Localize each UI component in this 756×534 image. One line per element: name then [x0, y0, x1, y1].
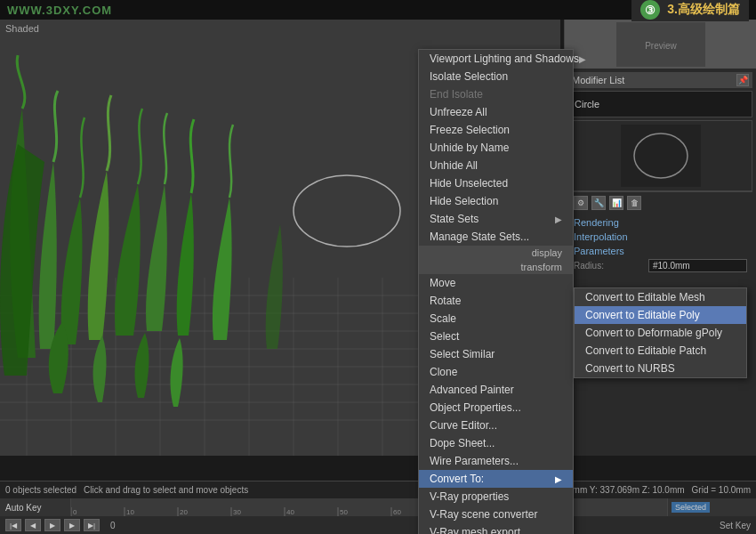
menu-item-adv-painter[interactable]: Advanced Painter	[419, 381, 573, 399]
menu-section-display: display	[419, 246, 573, 260]
site-url: WWW.3DXY.COM	[7, 4, 112, 17]
banner-title: 3.高级绘制篇	[667, 2, 740, 18]
modifier-dropdown[interactable]: Circle	[568, 91, 752, 117]
menu-item-isolate[interactable]: Isolate Selection	[419, 68, 573, 85]
svg-rect-26	[71, 498, 667, 516]
status-bar: 0 objects selected Click and drag to sel…	[0, 481, 756, 498]
next-end-button[interactable]: ▶|	[84, 519, 100, 531]
menu-item-label: Wire Parameters...	[430, 455, 519, 467]
submenu-item-patch[interactable]: Convert to Editable Patch	[575, 342, 746, 360]
play-button[interactable]: ▶	[44, 519, 60, 531]
menu-item-clone[interactable]: Clone	[419, 363, 573, 381]
playback-bar: |◀ ◀ ▶ ▶ ▶| 0 Set Key	[0, 516, 756, 534]
panel-icon-1[interactable]: ⚙	[574, 196, 588, 210]
menu-item-wire-params[interactable]: Wire Parameters...	[419, 452, 573, 470]
menu-item-label: Clone	[430, 366, 457, 378]
menu-item-label: Select	[430, 330, 459, 343]
svg-text:50: 50	[340, 508, 348, 516]
svg-text:10: 10	[126, 508, 134, 516]
radius-row: Radius:	[574, 258, 747, 273]
menu-item-rotate[interactable]: Rotate	[419, 292, 573, 310]
menu-item-vray-mesh[interactable]: V-Ray mesh export	[419, 523, 573, 534]
menu-item-lighting[interactable]: Viewport Lighting and Shadows ▶	[419, 50, 573, 68]
svg-text:20: 20	[180, 508, 188, 516]
menu-item-select-similar[interactable]: Select Similar	[419, 345, 573, 363]
radius-input[interactable]	[648, 259, 747, 272]
menu-item-label: End Isolate	[430, 88, 483, 101]
submenu-item-mesh[interactable]: Convert to Editable Mesh	[575, 288, 746, 306]
menu-item-manage-state[interactable]: Manage State Sets...	[419, 228, 573, 246]
section-label: display	[532, 247, 562, 258]
prev-frame-button[interactable]: ◀	[25, 519, 41, 531]
status-left: 0 objects selected	[5, 485, 76, 495]
menu-item-vray-scene[interactable]: V-Ray scene converter	[419, 506, 573, 523]
menu-item-scale[interactable]: Scale	[419, 310, 573, 328]
submenu-item-poly[interactable]: Convert to Editable Poly	[575, 306, 746, 324]
top-right-banner: ③ 3.高级绘制篇	[631, 0, 749, 21]
submenu-convert[interactable]: Convert to Editable Mesh Convert to Edit…	[574, 287, 747, 378]
modifier-name: Circle	[575, 99, 599, 109]
status-grid: Grid = 10.0mm	[692, 485, 751, 495]
menu-item-label: Manage State Sets...	[430, 231, 529, 243]
menu-item-hide-unsel[interactable]: Hide Unselected	[419, 174, 573, 192]
menu-item-label: Dope Sheet...	[430, 437, 495, 449]
submenu-item-label: Convert to Editable Patch	[585, 344, 706, 357]
auto-key-label: Auto Key	[5, 503, 42, 513]
menu-item-dope-sheet[interactable]: Dope Sheet...	[419, 434, 573, 452]
menu-item-label: Rotate	[430, 295, 461, 307]
submenu-item-gpoly[interactable]: Convert to Deformable gPoly	[575, 324, 746, 342]
menu-item-unfreeze-all[interactable]: Unfreeze All	[419, 103, 573, 121]
arrow-icon: ▶	[579, 54, 586, 64]
parameters-label: Parameters	[574, 244, 747, 258]
submenu-item-nurbs[interactable]: Convert to NURBS	[575, 360, 746, 377]
menu-item-convert-to[interactable]: Convert To: ▶	[419, 470, 573, 488]
menu-item-label: V-Ray scene converter	[430, 508, 537, 521]
arrow-icon: ▶	[555, 474, 562, 484]
menu-item-freeze-sel[interactable]: Freeze Selection	[419, 121, 573, 139]
context-menu[interactable]: Viewport Lighting and Shadows ▶ Isolate …	[418, 49, 574, 534]
submenu-item-label: Convert to Editable Mesh	[585, 291, 705, 303]
timeline-scale[interactable]: 0 10 20 30 40 50 60 70	[71, 498, 667, 516]
menu-item-hide-sel[interactable]: Hide Selection	[419, 192, 573, 210]
radius-label: Radius:	[574, 261, 645, 271]
menu-item-label: Move	[430, 277, 455, 289]
menu-item-label: Object Properties...	[430, 401, 521, 414]
prev-start-button[interactable]: |◀	[5, 519, 21, 531]
thumbnail-svg: Preview	[616, 22, 705, 67]
menu-item-move[interactable]: Move	[419, 274, 573, 292]
menu-item-label: State Sets	[430, 213, 479, 225]
menu-item-select[interactable]: Select	[419, 328, 573, 345]
modifier-pin-icon[interactable]: 📌	[736, 74, 749, 86]
svg-text:60: 60	[393, 508, 401, 516]
menu-item-label: V-Ray properties	[430, 490, 509, 503]
menu-item-label: Hide Unselected	[430, 177, 508, 190]
menu-item-unhide-all[interactable]: Unhide All	[419, 157, 573, 174]
menu-item-unhide-name[interactable]: Unhide by Name	[419, 139, 573, 157]
panel-icon-3[interactable]: 📊	[609, 196, 623, 210]
menu-item-state-sets[interactable]: State Sets ▶	[419, 210, 573, 228]
panel-icon-4[interactable]: 🗑	[627, 196, 641, 210]
next-frame-button[interactable]: ▶	[64, 519, 80, 531]
menu-item-label: Hide Selection	[430, 195, 498, 207]
svg-text:30: 30	[233, 508, 241, 516]
menu-item-label: V-Ray mesh export	[430, 526, 520, 534]
submenu-item-label: Convert to Deformable gPoly	[585, 327, 722, 339]
menu-item-label: Scale	[430, 312, 456, 325]
svg-text:Preview: Preview	[645, 41, 677, 51]
menu-item-label: Viewport Lighting and Shadows	[430, 53, 579, 65]
panel-icon-2[interactable]: 🔧	[591, 196, 606, 210]
menu-item-curve-editor[interactable]: Curve Editor...	[419, 417, 573, 434]
menu-item-label: Curve Editor...	[430, 419, 497, 432]
modifier-panel: Modifier List 📌 Circle ⚙ 🔧 📊 🗑	[565, 69, 756, 279]
menu-item-label: Unhide All	[430, 159, 478, 172]
menu-item-label: Convert To:	[430, 473, 484, 485]
menu-item-obj-props[interactable]: Object Properties...	[419, 399, 573, 417]
timeline-selected: Selected	[672, 502, 710, 513]
timeline-bar[interactable]: Auto Key 0 10 20 30 40 50 60 70 Selected	[0, 498, 756, 516]
panel-section-rendering: Rendering Interpolation Parameters Radiu…	[568, 214, 752, 275]
menu-item-label: Unhide by Name	[430, 142, 509, 154]
rendering-label: Rendering	[574, 215, 747, 230]
menu-item-vray-props[interactable]: V-Ray properties	[419, 488, 573, 506]
modifier-preview	[568, 120, 752, 191]
modifier-list-label: Modifier List	[572, 75, 624, 85]
